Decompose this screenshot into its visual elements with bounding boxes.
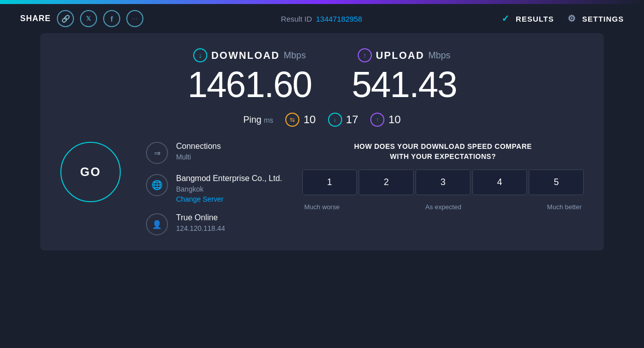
upload-block: ↑ UPLOAD Mbps 541.43 [352, 48, 456, 103]
results-check-icon: ✓ [500, 13, 512, 25]
rating-btn-4[interactable]: 4 [472, 169, 527, 195]
rating-btn-2[interactable]: 2 [359, 169, 414, 195]
facebook-icon[interactable]: f [103, 10, 120, 27]
ping-down-icon: ↓ [328, 113, 342, 127]
settings-label: SETTINGS [582, 15, 624, 23]
ping-section: Ping ms ⇆ 10 ↓ 17 ↑ 10 [60, 113, 584, 127]
download-icon: ↓ [193, 48, 207, 62]
isp-details: True Online 124.120.118.44 [176, 213, 225, 232]
ping-label: Ping ms [243, 115, 273, 125]
results-nav[interactable]: ✓ RESULTS [500, 13, 554, 25]
ping-up-group: ↑ 10 [370, 113, 400, 127]
user-icon: 👤 [146, 213, 168, 235]
ping-up-icon: ↑ [370, 113, 384, 127]
result-id-section: Result ID 13447182958 [281, 15, 362, 23]
jitter-icon: ⇆ [285, 113, 299, 127]
server-info: ⇒ Connections Multi 🌐 Bangmod Enterprise… [146, 142, 282, 235]
server-go-section: GO ⇒ Connections Multi 🌐 Bangmod Enterpr… [60, 142, 282, 235]
connections-label: Connections [176, 142, 221, 151]
nav-section: ✓ RESULTS ⚙ SETTINGS [500, 13, 624, 25]
isp-name: True Online [176, 213, 225, 222]
expectation-section: HOW DOES YOUR DOWNLOAD SPEED COMPAREWITH… [302, 142, 584, 235]
share-label: SHARE [20, 14, 51, 23]
result-id-label: Result ID [281, 15, 312, 23]
change-server-link[interactable]: Change Server [176, 195, 282, 203]
connections-details: Connections Multi [176, 142, 221, 161]
share-section: SHARE 🔗 𝕏 f ··· [20, 10, 143, 27]
upload-label: UPLOAD [376, 50, 424, 61]
speed-section: ↓ DOWNLOAD Mbps 1461.60 ↑ UPLOAD Mbps 54… [60, 48, 584, 103]
bottom-section: GO ⇒ Connections Multi 🌐 Bangmod Enterpr… [60, 142, 584, 235]
download-label: DOWNLOAD [211, 50, 280, 61]
rating-row: 1 2 3 4 5 [302, 169, 584, 195]
ping-value-1: 10 [303, 113, 315, 126]
go-button[interactable]: GO [60, 142, 121, 202]
ping-down-group: ↓ 17 [328, 113, 358, 127]
isp-ip: 124.120.118.44 [176, 224, 225, 232]
rating-btn-1[interactable]: 1 [302, 169, 357, 195]
rating-btn-3[interactable]: 3 [416, 169, 470, 195]
upload-value: 541.43 [352, 66, 456, 103]
ping-value-2: 17 [346, 113, 358, 126]
header: SHARE 🔗 𝕏 f ··· Result ID 13447182958 ✓ … [0, 4, 644, 33]
twitter-icon[interactable]: 𝕏 [80, 10, 97, 27]
download-value: 1461.60 [188, 66, 311, 103]
result-id-value: 13447182958 [316, 15, 362, 23]
settings-nav[interactable]: ⚙ SETTINGS [566, 13, 624, 25]
settings-gear-icon: ⚙ [566, 13, 578, 25]
link-icon[interactable]: 🔗 [57, 10, 74, 27]
upload-icon: ↑ [358, 48, 372, 62]
top-progress-bar [0, 0, 644, 4]
as-expected-label: As expected [425, 203, 461, 211]
download-unit: Mbps [284, 50, 306, 61]
results-label: RESULTS [516, 15, 554, 23]
globe-icon: 🌐 [146, 174, 168, 196]
rating-labels: Much worse As expected Much better [302, 203, 584, 211]
connections-row: ⇒ Connections Multi [146, 142, 282, 164]
upload-unit: Mbps [428, 50, 450, 61]
provider-row: 🌐 Bangmod Enterprise Co., Ltd. Bangkok C… [146, 174, 282, 203]
more-icon[interactable]: ··· [126, 10, 143, 27]
bottom-bar [0, 255, 644, 259]
connections-icon: ⇒ [146, 142, 168, 164]
much-worse-label: Much worse [304, 203, 340, 211]
ping-jitter-group: ⇆ 10 [285, 113, 315, 127]
server-location: Bangkok [176, 185, 282, 193]
connections-value: Multi [176, 153, 221, 161]
rating-btn-5[interactable]: 5 [529, 169, 584, 195]
expectation-question: HOW DOES YOUR DOWNLOAD SPEED COMPAREWITH… [302, 142, 584, 161]
provider-name: Bangmod Enterprise Co., Ltd. [176, 174, 282, 183]
much-better-label: Much better [547, 203, 582, 211]
provider-details: Bangmod Enterprise Co., Ltd. Bangkok Cha… [176, 174, 282, 203]
isp-row: 👤 True Online 124.120.118.44 [146, 213, 282, 235]
download-block: ↓ DOWNLOAD Mbps 1461.60 [188, 48, 311, 103]
ping-value-3: 10 [388, 113, 400, 126]
main-content: ↓ DOWNLOAD Mbps 1461.60 ↑ UPLOAD Mbps 54… [40, 33, 604, 250]
